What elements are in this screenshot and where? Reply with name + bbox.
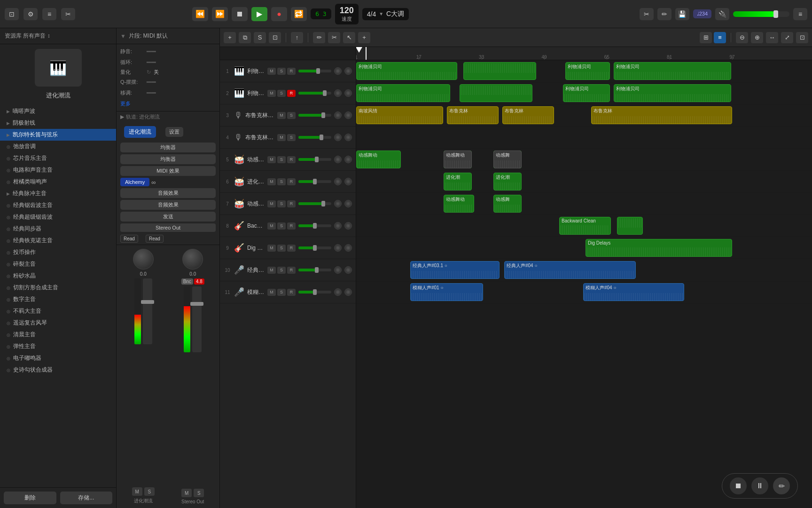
sidebar-item-5[interactable]: ◎电路和声音主音 xyxy=(0,164,116,176)
track-s-btn-11[interactable]: S xyxy=(277,289,286,296)
clip-5-0[interactable]: 动感舞动 xyxy=(356,151,401,168)
track-m-btn-2[interactable]: M xyxy=(267,90,276,97)
track-m-btn-6[interactable]: M xyxy=(267,178,276,185)
track-row-9[interactable]: Dig Delays xyxy=(356,237,812,259)
overlay-record-button[interactable]: ✏ xyxy=(773,477,790,494)
zoom-out-button[interactable]: ↔ xyxy=(766,32,778,43)
sidebar-item-9[interactable]: ◎经典超级锯齿波 xyxy=(0,211,116,223)
track-row-7[interactable]: 动感舞动动感舞 xyxy=(356,193,812,215)
sidebar-item-20[interactable]: ◎弹性主音 xyxy=(0,341,116,352)
sidebar-item-22[interactable]: ◎史诗勾状合成器 xyxy=(0,364,116,376)
track-header-4[interactable]: 4 🎙 布鲁克林 (Gavin) M S xyxy=(220,127,356,149)
clip-1-1[interactable] xyxy=(463,62,536,80)
clip-11-0[interactable]: 模糊人声#01 ○ xyxy=(410,283,483,301)
track-vol-knob-1[interactable] xyxy=(334,67,342,75)
sidebar-item-7[interactable]: ▶经典脉冲主音 xyxy=(0,188,116,199)
track-pan-knob-5[interactable] xyxy=(344,156,352,163)
track-r-btn-8[interactable]: R xyxy=(287,222,296,230)
track-vol-knob-6[interactable] xyxy=(334,178,342,185)
ch1-s-button[interactable]: S xyxy=(144,487,155,496)
track-vol-knob-3[interactable] xyxy=(334,111,342,119)
clip-2-0[interactable]: 利物浦贝司 xyxy=(356,84,450,102)
track-m-btn-3[interactable]: M xyxy=(277,112,286,119)
track-row-8[interactable]: Backward Clean xyxy=(356,215,812,237)
expand-button[interactable]: ⊡ xyxy=(796,32,808,43)
track-s-btn-6[interactable]: S xyxy=(277,178,286,185)
track-header-5[interactable]: 5 🥁 动感舞动 M S R xyxy=(220,149,356,171)
track-m-btn-1[interactable]: M xyxy=(267,68,276,75)
track-fader-mini-3[interactable] xyxy=(298,114,331,117)
screen-button[interactable]: ⊡ xyxy=(269,32,281,43)
audio-fx2-button[interactable]: 音频效果 xyxy=(120,200,216,210)
track-header-2[interactable]: 2 🎹 利物浦贝司 M S R xyxy=(220,82,356,104)
sidebar-item-17[interactable]: ◎不羁大主音 xyxy=(0,305,116,317)
track-m-btn-9[interactable]: M xyxy=(267,245,276,252)
clip-5-2[interactable]: 动感舞动 xyxy=(444,151,472,168)
sidebar-item-10[interactable]: ◎经典同步器 xyxy=(0,223,116,235)
bpm-display[interactable]: 120 速度 xyxy=(335,4,359,24)
track-r-btn-11[interactable]: R xyxy=(287,289,296,296)
rewind-button[interactable]: ⏪ xyxy=(192,7,208,21)
sidebar-item-12[interactable]: ◎投币操作 xyxy=(0,246,116,258)
eq1-button[interactable]: 均衡器 xyxy=(120,143,216,152)
track-row-1[interactable]: 利物浦贝司利物浦贝司利物浦贝司 xyxy=(356,60,812,82)
track-r-btn-1[interactable]: R xyxy=(287,68,296,75)
settings-button[interactable]: 设置 xyxy=(165,127,183,137)
track-fader-mini-2[interactable] xyxy=(298,92,331,95)
edit-mode-button[interactable]: ✏ xyxy=(313,32,325,43)
add-track-button[interactable]: + xyxy=(224,32,236,43)
track-pan-knob-2[interactable] xyxy=(344,89,352,97)
track-pan-knob-4[interactable] xyxy=(344,134,352,141)
sidebar-item-3[interactable]: ◎弛放音调 xyxy=(0,141,116,152)
track-fader-mini-7[interactable] xyxy=(298,202,331,205)
track-header-7[interactable]: 7 🥁 动感舞动 M S R xyxy=(220,193,356,215)
clip-5-4[interactable]: 动感舞 xyxy=(493,151,522,168)
track-header-9[interactable]: 9 🎸 Dig Delays M S R xyxy=(220,237,356,259)
track-s-btn-1[interactable]: S xyxy=(277,68,286,75)
stop-button[interactable]: ⏹ xyxy=(232,7,248,21)
clip-3-2[interactable]: 布鲁克林 xyxy=(502,106,554,124)
send-button[interactable]: 发送 xyxy=(120,212,216,222)
scissors-btn[interactable]: ✂ xyxy=(61,8,75,20)
track-row-10[interactable]: 经典人声#03.1 ○经典人声#04 ○ xyxy=(356,259,812,281)
track-pan-knob-6[interactable] xyxy=(344,178,352,185)
track-vol-knob-4[interactable] xyxy=(334,134,342,141)
time-signature[interactable]: 4/4 ▼ C大调 xyxy=(362,8,409,20)
track-m-btn-5[interactable]: M xyxy=(267,156,276,163)
sidebar-item-2[interactable]: ▶凯尔特长笛与弦乐 xyxy=(0,129,116,141)
track-pan-knob-10[interactable] xyxy=(344,266,352,274)
track-r-btn-10[interactable]: R xyxy=(287,267,296,274)
track-fader-mini-10[interactable] xyxy=(298,269,331,271)
grid-view-button[interactable]: ⊞ xyxy=(700,32,712,43)
track-s-btn-5[interactable]: S xyxy=(277,156,286,163)
cursor-button[interactable]: ↖ xyxy=(343,32,355,43)
track-pan-knob-3[interactable] xyxy=(344,111,352,119)
clip-2-3[interactable]: 利物浦贝司 xyxy=(614,84,731,102)
track-vol-knob-2[interactable] xyxy=(334,89,342,97)
track-fader-mini-9[interactable] xyxy=(298,246,331,249)
sidebar-item-16[interactable]: ◎数字主音 xyxy=(0,294,116,305)
track-vol-knob-10[interactable] xyxy=(334,266,342,274)
sidebar-item-6[interactable]: ◎柑橘类嗡鸣声 xyxy=(0,176,116,188)
clip-3-1[interactable]: 布鲁克林 xyxy=(447,106,499,124)
delete-button[interactable]: 删除 xyxy=(4,492,56,504)
clip-6-0[interactable]: 进化潮 xyxy=(444,173,472,190)
overlay-pause-button[interactable]: ⏸ xyxy=(751,477,768,494)
clip-10-0[interactable]: 经典人声#03.1 ○ xyxy=(410,261,500,279)
clip-1-2[interactable]: 利物浦贝司 xyxy=(565,62,610,80)
settings-btn[interactable]: ⚙ xyxy=(23,8,38,20)
track-m-btn-4[interactable]: M xyxy=(277,134,286,141)
track-s-btn-10[interactable]: S xyxy=(277,267,286,274)
track-s-btn-7[interactable]: S xyxy=(277,200,286,207)
plug-btn[interactable]: 🔌 xyxy=(715,8,729,20)
track-s-btn-9[interactable]: S xyxy=(277,245,286,252)
clip-1-0[interactable]: 利物浦贝司 xyxy=(356,62,457,80)
read-btn-1[interactable]: Read xyxy=(120,235,138,243)
sidebar-item-21[interactable]: ◎电子嘟鸣器 xyxy=(0,352,116,364)
plugin-button[interactable]: 进化潮流 xyxy=(124,126,156,138)
track-r-btn-5[interactable]: R xyxy=(287,156,296,163)
save-btn[interactable]: 💾 xyxy=(675,8,689,20)
track-row-4[interactable] xyxy=(356,127,812,149)
track-pan-knob-8[interactable] xyxy=(344,222,352,230)
track-pan-knob-7[interactable] xyxy=(344,200,352,207)
